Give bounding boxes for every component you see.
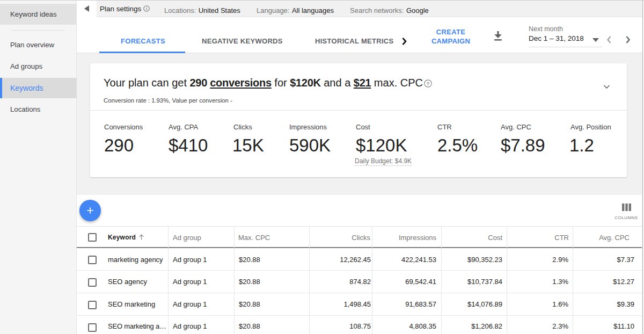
svg-text:?: ? (427, 81, 430, 86)
